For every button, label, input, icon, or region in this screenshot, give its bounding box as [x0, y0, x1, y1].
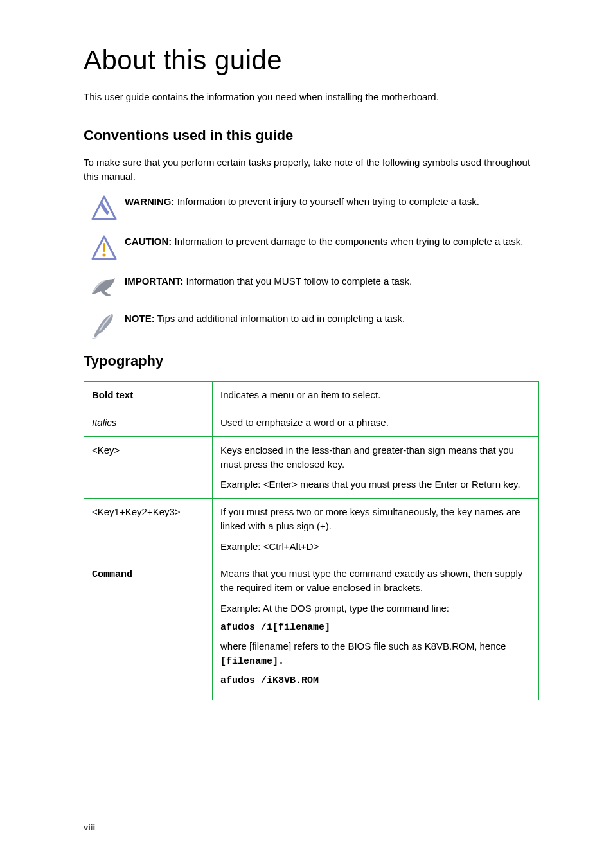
convention-note: NOTE: Tips and additional information to…	[84, 312, 539, 340]
type-key: Italics	[92, 417, 116, 428]
convention-text: Information that you MUST follow to comp…	[183, 276, 412, 287]
convention-label: IMPORTANT:	[125, 276, 183, 287]
section-heading-conventions: Conventions used in this guide	[84, 127, 539, 144]
filename-bracket: [filename].	[220, 656, 284, 667]
example-intro: Example: At the DOS prompt, type the com…	[220, 601, 531, 616]
table-row: <Key1+Key2+Key3> If you must press two o…	[84, 499, 539, 560]
table-row: Bold text Indicates a menu or an item to…	[84, 382, 539, 409]
type-key: <Key1+Key2+Key3>	[84, 499, 213, 560]
type-desc: Keys enclosed in the less-than and great…	[220, 445, 514, 470]
convention-label: NOTE:	[125, 313, 155, 324]
example-intro: where [filename] refers to the BIOS file…	[220, 641, 506, 651]
section-heading-typography: Typography	[84, 353, 539, 369]
important-icon	[84, 274, 125, 300]
warning-icon	[84, 195, 125, 223]
svg-point-1	[103, 254, 106, 257]
convention-text: Information to prevent injury to yoursel…	[175, 196, 479, 207]
conventions-intro: To make sure that you perform certain ta…	[84, 155, 539, 184]
type-desc: Indicates a menu or an item to select.	[213, 382, 539, 409]
page-title: About this guide	[84, 45, 539, 76]
table-row: Italics Used to emphasize a word or a ph…	[84, 409, 539, 437]
page-footer: viii	[0, 817, 613, 832]
convention-warning: WARNING: Information to prevent injury t…	[84, 195, 539, 223]
lead-text: This user guide contains the information…	[84, 90, 539, 104]
type-desc: Used to emphasize a word or a phrase.	[213, 409, 539, 437]
example-command: afudos /iK8VB.ROM	[220, 674, 531, 688]
convention-label: WARNING:	[125, 196, 175, 207]
convention-text: Tips and additional information to aid i…	[155, 313, 405, 324]
example-command: afudos /i[filename]	[220, 621, 531, 635]
convention-text: Information to prevent damage to the com…	[172, 236, 523, 247]
convention-caution: CAUTION: Information to prevent damage t…	[84, 235, 539, 263]
type-example: Example: <Enter> means that you must pre…	[220, 477, 531, 492]
type-key: Command	[92, 569, 132, 580]
type-key: <Key>	[84, 436, 213, 498]
table-row: Command Means that you must type the com…	[84, 560, 539, 700]
type-desc: If you must press two or more keys simul…	[220, 506, 520, 531]
convention-important: IMPORTANT: Information that you MUST fol…	[84, 274, 539, 300]
page-number: viii	[84, 822, 109, 832]
type-desc: Means that you must type the command exa…	[220, 568, 522, 593]
typography-table: Bold text Indicates a menu or an item to…	[84, 381, 539, 700]
caution-icon	[84, 235, 125, 263]
svg-rect-0	[103, 243, 105, 252]
convention-label: CAUTION:	[125, 236, 172, 247]
note-icon	[84, 312, 125, 340]
type-key: Bold text	[92, 389, 133, 400]
table-row: <Key> Keys enclosed in the less-than and…	[84, 436, 539, 498]
type-example: Example: <Ctrl+Alt+D>	[220, 540, 531, 554]
